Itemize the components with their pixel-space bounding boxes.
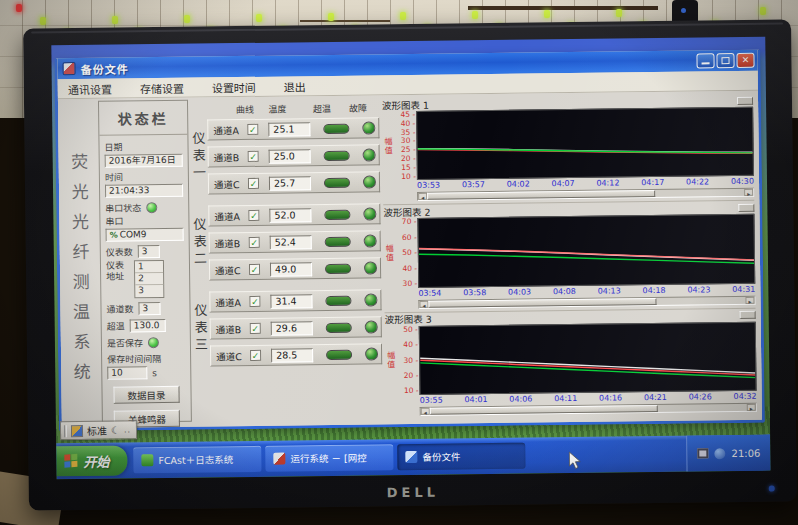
panel-led-icon — [400, 12, 406, 20]
curve-checkbox[interactable]: ✓ — [250, 350, 261, 361]
moon-icon[interactable]: ☾ — [111, 425, 120, 436]
temperature-field[interactable]: 52.4 — [270, 235, 312, 250]
serial-status-label: 串口状态 — [105, 201, 141, 214]
scroll-left-icon[interactable]: ◂ — [419, 300, 428, 307]
temperature-field[interactable]: 49.0 — [270, 262, 312, 277]
minimize-button[interactable] — [696, 53, 714, 68]
channel-row: 通道B✓25.0 — [208, 144, 380, 167]
temperature-field[interactable]: 28.5 — [271, 348, 313, 363]
curve-checkbox[interactable]: ✓ — [247, 124, 258, 135]
taskbar-item-3[interactable]: 备份文件 — [397, 443, 525, 471]
xtick-label: 03:54 — [418, 288, 441, 298]
taskbar-item-1[interactable]: FCAst＋日志系统 — [133, 446, 261, 474]
panel-led-icon — [760, 7, 766, 15]
scroll-right-icon[interactable]: ▸ — [744, 189, 753, 196]
taskbar-item-2[interactable]: 运行系统 － [网控 — [265, 444, 393, 472]
save-interval-field[interactable]: 10 — [107, 366, 147, 379]
channel-label: 通道C — [216, 349, 246, 363]
xtick-label: 04:03 — [508, 287, 531, 297]
window-content: 荧光光纤测温系统 状态栏 日期 2016年7月16日 时间 21:04:33 串… — [58, 91, 762, 426]
ime-mode-label[interactable]: 标准 — [87, 423, 107, 438]
header-curve: 曲线 — [192, 103, 254, 117]
meter-address-item[interactable]: 2 — [135, 273, 163, 285]
close-button[interactable]: ✕ — [736, 53, 754, 68]
header-fault: 故障 — [343, 101, 373, 114]
temperature-field[interactable]: 25.1 — [268, 122, 310, 137]
menu-item-2[interactable]: 存储设置 — [140, 79, 184, 96]
data-directory-button[interactable]: 数据目录 — [113, 386, 179, 404]
chart-scale-widget[interactable] — [738, 204, 754, 212]
xtick-label: 03:55 — [420, 396, 443, 406]
temperature-field[interactable]: 31.4 — [270, 294, 312, 309]
task-icon — [405, 451, 417, 463]
curve-checkbox[interactable]: ✓ — [248, 178, 259, 189]
date-field: 2016年7月16日 — [105, 154, 183, 168]
scroll-thumb[interactable] — [430, 405, 658, 415]
scroll-right-icon[interactable]: ▸ — [747, 404, 756, 411]
language-bar[interactable]: 标准 ☾ .. — [60, 420, 137, 440]
fault-led — [364, 261, 377, 274]
overtemp-led — [324, 177, 350, 187]
channel-row: 通道B✓52.4 — [209, 230, 381, 253]
menu-item-3[interactable]: 设置时间 — [212, 78, 256, 95]
temperature-field[interactable]: 29.6 — [271, 321, 313, 336]
scroll-thumb[interactable] — [428, 298, 656, 308]
maximize-button[interactable] — [716, 53, 734, 68]
instrument-name: 仪表一 — [192, 131, 208, 182]
scroll-right-icon[interactable]: ▸ — [745, 296, 754, 303]
channel-row: 通道A✓52.0 — [208, 203, 380, 226]
xtick-label: 04:08 — [553, 287, 576, 297]
fault-led — [364, 234, 377, 247]
fault-led — [365, 320, 378, 333]
overtemp-field[interactable]: 130.0 — [130, 319, 166, 332]
ytick-label: 30 - — [401, 137, 416, 145]
tray-network-icon[interactable] — [714, 448, 725, 459]
save-flag-label: 是否保存 — [107, 336, 143, 349]
app-icon — [62, 62, 75, 75]
chart-scale-widget[interactable] — [740, 311, 756, 319]
overtemp-led — [326, 322, 352, 332]
ytick-label: 25 - — [401, 146, 416, 154]
scroll-left-icon[interactable]: ◂ — [418, 193, 427, 200]
meter-address-item[interactable]: 1 — [135, 261, 163, 273]
scroll-thumb[interactable] — [427, 190, 655, 200]
time-label: 时间 — [105, 170, 183, 184]
start-button[interactable]: 开始 — [56, 445, 127, 476]
serial-label: 串口 — [105, 214, 183, 228]
curve-checkbox[interactable]: ✓ — [249, 264, 260, 275]
language-bar-more[interactable]: .. — [124, 425, 131, 434]
ime-icon[interactable] — [71, 425, 83, 437]
channel-count-field[interactable]: 3 — [138, 302, 160, 315]
curve-checkbox[interactable]: ✓ — [248, 151, 259, 162]
tray-display-icon[interactable] — [697, 448, 708, 458]
meter-address-item[interactable]: 3 — [135, 285, 163, 297]
serial-port-select[interactable]: % COM9 — [106, 228, 184, 242]
chart-scale-widget[interactable] — [737, 96, 753, 104]
grip-icon[interactable] — [64, 425, 67, 437]
temperature-field[interactable]: 25.0 — [269, 149, 311, 164]
status-panel-title: 状态栏 — [99, 101, 187, 136]
scroll-left-icon[interactable]: ◂ — [421, 408, 430, 415]
tray-clock[interactable]: 21:06 — [731, 447, 760, 458]
overtemp-led — [324, 150, 350, 160]
curve-checkbox[interactable]: ✓ — [250, 323, 261, 334]
overtemp-led — [326, 349, 352, 359]
curve-checkbox[interactable]: ✓ — [249, 237, 260, 248]
curve-checkbox[interactable]: ✓ — [249, 296, 260, 307]
status-panel: 状态栏 日期 2016年7月16日 时间 21:04:33 串口状态 串口 % … — [98, 100, 192, 423]
curve-checkbox[interactable]: ✓ — [248, 210, 259, 221]
temperature-field[interactable]: 52.0 — [269, 208, 311, 223]
chart-yticks: 45 -40 -35 -30 -25 -20 -15 -10 - — [392, 111, 417, 181]
xtick-label: 04:12 — [596, 179, 619, 189]
ytick-label: 30 - — [403, 280, 418, 288]
power-led-icon — [769, 486, 775, 492]
menu-item-1[interactable]: 通讯设置 — [68, 80, 112, 97]
xtick-label: 04:31 — [732, 284, 755, 294]
header-overtemp: 超温 — [301, 102, 343, 116]
meter-count-field[interactable]: 3 — [138, 245, 160, 258]
temperature-field[interactable]: 25.7 — [269, 176, 311, 191]
meter-address-list[interactable]: 123 — [134, 260, 164, 298]
menu-item-4[interactable]: 退出 — [284, 78, 306, 94]
panel-led-icon — [328, 13, 334, 21]
panel-led-icon — [112, 16, 118, 24]
